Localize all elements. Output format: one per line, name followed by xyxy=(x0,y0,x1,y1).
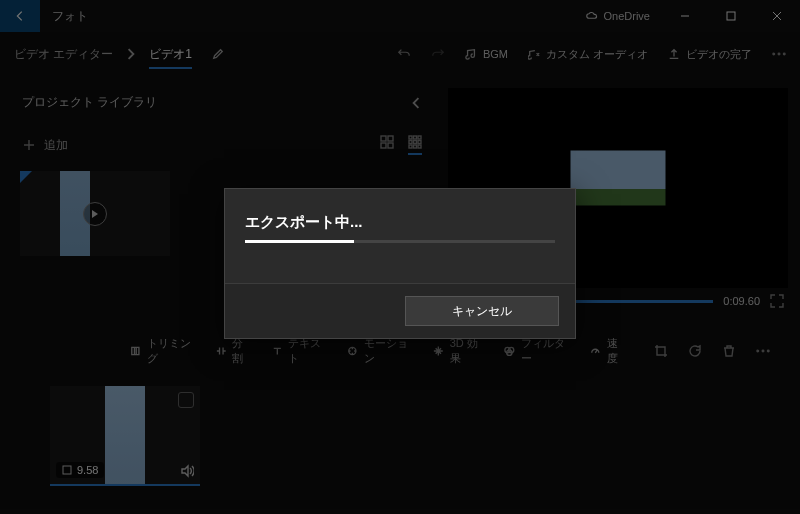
dialog-title: エクスポート中... xyxy=(245,213,555,232)
export-dialog: エクスポート中... キャンセル xyxy=(224,188,576,339)
cancel-button[interactable]: キャンセル xyxy=(405,296,559,326)
export-progress xyxy=(245,240,555,243)
